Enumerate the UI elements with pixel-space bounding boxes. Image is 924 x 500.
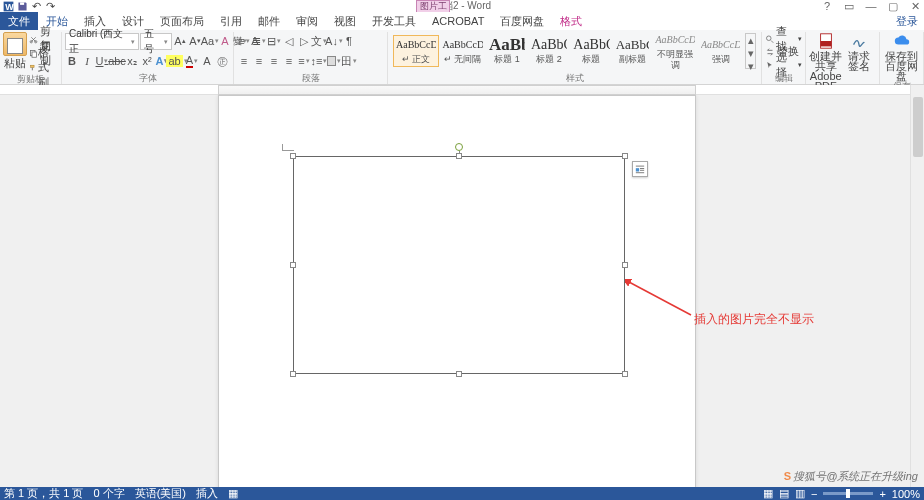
zoom-slider[interactable] xyxy=(823,492,873,495)
view-web-icon[interactable]: ▥ xyxy=(795,487,805,500)
bullets-button[interactable]: ≡ xyxy=(237,33,251,49)
font-family-combo[interactable]: Calibri (西文正 xyxy=(65,33,139,50)
scrollbar-thumb[interactable] xyxy=(913,97,923,157)
tab-developer[interactable]: 开发工具 xyxy=(364,12,424,30)
sign-icon xyxy=(850,32,868,50)
tab-view[interactable]: 视图 xyxy=(326,12,364,30)
margin-mark xyxy=(282,144,294,151)
svg-text:W: W xyxy=(5,1,14,11)
style-item-7[interactable]: AaBbCcDd强调 xyxy=(698,35,743,67)
status-lang[interactable]: 英语(美国) xyxy=(135,486,186,500)
contextual-tab-label: 图片工具 xyxy=(416,0,450,12)
paste-button[interactable]: 粘贴 xyxy=(3,32,27,71)
view-print-icon[interactable]: ▦ xyxy=(763,487,773,500)
style-item-3[interactable]: AaBbC标题 2 xyxy=(528,35,570,67)
clear-format-icon[interactable]: A xyxy=(218,33,232,49)
increase-indent-icon[interactable]: ▷ xyxy=(297,33,311,49)
style-item-4[interactable]: AaBbC标题 xyxy=(570,35,612,67)
bold-button[interactable]: B xyxy=(65,53,79,69)
italic-button[interactable]: I xyxy=(80,53,94,69)
style-item-2[interactable]: AaBb标题 1 xyxy=(486,35,528,67)
undo-icon[interactable]: ↶ xyxy=(30,0,43,12)
subscript-button[interactable]: x₂ xyxy=(125,53,139,69)
select-button[interactable]: 选择▾ xyxy=(765,58,802,71)
tab-mailings[interactable]: 邮件 xyxy=(250,12,288,30)
ruler-horizontal[interactable] xyxy=(0,85,924,95)
underline-button[interactable]: U xyxy=(95,53,109,69)
resize-handle-tl[interactable] xyxy=(290,153,296,159)
macro-icon[interactable]: ▦ xyxy=(228,487,238,500)
tab-file[interactable]: 文件 xyxy=(0,12,38,30)
word-icon: W xyxy=(2,0,15,12)
tab-format[interactable]: 格式 xyxy=(552,12,590,30)
resize-handle-t[interactable] xyxy=(456,153,462,159)
svg-rect-8 xyxy=(32,67,33,70)
numbering-button[interactable]: ≣ xyxy=(252,33,266,49)
maximize-icon[interactable]: ▢ xyxy=(886,0,900,13)
line-spacing-icon[interactable]: ↕≡ xyxy=(312,53,326,69)
justify-icon[interactable]: ≡ xyxy=(282,53,296,69)
ribbon-options-icon[interactable]: ▭ xyxy=(842,0,856,13)
style-item-5[interactable]: AaBbC副标题 xyxy=(613,35,653,67)
svg-rect-7 xyxy=(31,65,34,67)
grow-font-icon[interactable]: A▴ xyxy=(173,33,187,49)
help-icon[interactable]: ? xyxy=(820,0,834,13)
style-item-0[interactable]: AaBbCcDd↵ 正文 xyxy=(393,35,439,67)
status-mode[interactable]: 插入 xyxy=(196,486,218,500)
zoom-out-icon[interactable]: − xyxy=(811,488,817,500)
format-painter-button[interactable]: 格式刷 xyxy=(29,60,58,74)
status-words[interactable]: 0 个字 xyxy=(93,486,124,500)
resize-handle-r[interactable] xyxy=(622,262,628,268)
adobe-create-button[interactable]: 创建并共享Adobe PDF xyxy=(809,32,843,91)
scrollbar-vertical[interactable] xyxy=(910,85,924,487)
redo-icon[interactable]: ↷ xyxy=(44,0,57,12)
resize-handle-tr[interactable] xyxy=(622,153,628,159)
align-center-icon[interactable]: ≡ xyxy=(252,53,266,69)
style-item-1[interactable]: AaBbCcDd↵ 无间隔 xyxy=(439,35,485,67)
rotate-handle[interactable] xyxy=(455,143,463,151)
superscript-button[interactable]: x² xyxy=(140,53,154,69)
status-page[interactable]: 第 1 页，共 1 页 xyxy=(4,486,83,500)
picture-placeholder[interactable] xyxy=(293,156,625,374)
resize-handle-bl[interactable] xyxy=(290,371,296,377)
zoom-level[interactable]: 100% xyxy=(892,488,920,500)
enclose-char-icon[interactable]: ㊣ xyxy=(215,53,229,69)
layout-options-button[interactable] xyxy=(632,161,648,177)
change-case-icon[interactable]: Aa xyxy=(203,33,217,49)
save-icon[interactable] xyxy=(16,0,29,12)
char-shading-icon[interactable]: A xyxy=(200,53,214,69)
minimize-icon[interactable]: — xyxy=(864,0,878,13)
tab-baidu[interactable]: 百度网盘 xyxy=(492,12,552,30)
style-item-6[interactable]: AaBbCcDd不明显强调 xyxy=(652,30,697,73)
font-size-combo[interactable]: 五号 xyxy=(140,33,172,50)
strike-button[interactable]: abc xyxy=(110,53,124,69)
page[interactable] xyxy=(218,95,696,487)
tab-references[interactable]: 引用 xyxy=(212,12,250,30)
multilevel-button[interactable]: ⊟ xyxy=(267,33,281,49)
adobe-sign-button[interactable]: 请求签名 xyxy=(843,32,877,71)
show-marks-icon[interactable]: ¶ xyxy=(342,33,356,49)
font-color-button[interactable]: A xyxy=(185,53,199,69)
tab-acrobat[interactable]: ACROBAT xyxy=(424,12,492,30)
login-link[interactable]: 登录 xyxy=(896,14,918,29)
shading-button[interactable] xyxy=(327,53,341,69)
view-read-icon[interactable]: ▤ xyxy=(779,487,789,500)
tab-review[interactable]: 审阅 xyxy=(288,12,326,30)
zoom-in-icon[interactable]: + xyxy=(879,488,885,500)
resize-handle-br[interactable] xyxy=(622,371,628,377)
sort-icon[interactable]: A↓ xyxy=(327,33,341,49)
distribute-icon[interactable]: ≡ xyxy=(297,53,311,69)
styles-gallery[interactable]: AaBbCcDd↵ 正文AaBbCcDd↵ 无间隔AaBb标题 1AaBbC标题… xyxy=(391,32,758,70)
resize-handle-l[interactable] xyxy=(290,262,296,268)
borders-button[interactable]: 田 xyxy=(342,53,356,69)
decrease-indent-icon[interactable]: ◁ xyxy=(282,33,296,49)
resize-handle-b[interactable] xyxy=(456,371,462,377)
styles-more-button[interactable]: ▴▾▾ xyxy=(745,33,756,69)
svg-rect-11 xyxy=(636,166,644,167)
align-left-icon[interactable]: ≡ xyxy=(237,53,251,69)
baidu-save-button[interactable]: 保存到百度网盘 xyxy=(883,32,920,81)
text-direction-icon[interactable]: 文 xyxy=(312,33,326,49)
close-icon[interactable]: ✕ xyxy=(908,0,922,13)
align-right-icon[interactable]: ≡ xyxy=(267,53,281,69)
highlight-button[interactable]: ab xyxy=(170,53,184,69)
